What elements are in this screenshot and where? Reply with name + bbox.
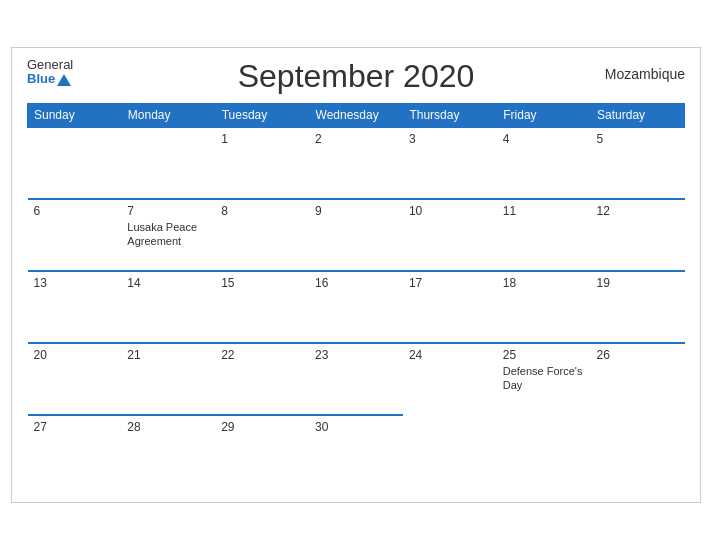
calendar-cell: 25Defense Force's Day [497, 343, 591, 415]
calendar-cell: 8 [215, 199, 309, 271]
day-number: 15 [221, 276, 303, 290]
calendar-title: September 2020 [238, 58, 475, 95]
calendar-cell [121, 127, 215, 199]
day-number: 19 [597, 276, 679, 290]
day-number: 13 [34, 276, 116, 290]
day-number: 10 [409, 204, 491, 218]
calendar-cell: 6 [28, 199, 122, 271]
weekday-header: Monday [121, 104, 215, 128]
day-number: 27 [34, 420, 116, 434]
country-label: Mozambique [605, 66, 685, 82]
day-number: 8 [221, 204, 303, 218]
calendar-cell: 1 [215, 127, 309, 199]
weekday-header: Wednesday [309, 104, 403, 128]
calendar-cell: 14 [121, 271, 215, 343]
calendar-cell: 4 [497, 127, 591, 199]
day-number: 14 [127, 276, 209, 290]
logo-general-text: General [27, 58, 73, 72]
calendar-cell: 20 [28, 343, 122, 415]
calendar-cell: 18 [497, 271, 591, 343]
calendar-cell: 24 [403, 343, 497, 415]
weekday-header-row: SundayMondayTuesdayWednesdayThursdayFrid… [28, 104, 685, 128]
day-number: 23 [315, 348, 397, 362]
calendar-cell: 13 [28, 271, 122, 343]
weekday-header: Saturday [591, 104, 685, 128]
day-number: 1 [221, 132, 303, 146]
day-number: 29 [221, 420, 303, 434]
event-text: Lusaka Peace Agreement [127, 221, 197, 247]
day-number: 21 [127, 348, 209, 362]
calendar-cell: 12 [591, 199, 685, 271]
day-number: 22 [221, 348, 303, 362]
calendar-container: General Blue September 2020 Mozambique S… [11, 47, 701, 503]
weekday-header: Tuesday [215, 104, 309, 128]
calendar-cell: 3 [403, 127, 497, 199]
calendar-cell: 19 [591, 271, 685, 343]
calendar-week-row: 67Lusaka Peace Agreement89101112 [28, 199, 685, 271]
calendar-week-row: 27282930 [28, 415, 685, 487]
calendar-cell: 26 [591, 343, 685, 415]
calendar-cell: 27 [28, 415, 122, 487]
calendar-cell: 7Lusaka Peace Agreement [121, 199, 215, 271]
day-number: 24 [409, 348, 491, 362]
calendar-cell: 21 [121, 343, 215, 415]
calendar-cell: 23 [309, 343, 403, 415]
day-number: 12 [597, 204, 679, 218]
calendar-week-row: 12345 [28, 127, 685, 199]
calendar-cell: 16 [309, 271, 403, 343]
day-number: 30 [315, 420, 397, 434]
logo-blue-text: Blue [27, 72, 73, 86]
day-number: 5 [597, 132, 679, 146]
day-number: 7 [127, 204, 209, 218]
calendar-cell: 29 [215, 415, 309, 487]
calendar-cell: 30 [309, 415, 403, 487]
calendar-cell: 2 [309, 127, 403, 199]
logo-triangle-icon [57, 74, 71, 86]
day-number: 28 [127, 420, 209, 434]
day-number: 20 [34, 348, 116, 362]
day-number: 6 [34, 204, 116, 218]
calendar-cell: 5 [591, 127, 685, 199]
calendar-cell: 17 [403, 271, 497, 343]
day-number: 9 [315, 204, 397, 218]
day-number: 26 [597, 348, 679, 362]
weekday-header: Sunday [28, 104, 122, 128]
calendar-cell: 22 [215, 343, 309, 415]
calendar-header: General Blue September 2020 Mozambique [27, 58, 685, 95]
calendar-cell: 11 [497, 199, 591, 271]
weekday-header: Thursday [403, 104, 497, 128]
calendar-week-row: 13141516171819 [28, 271, 685, 343]
calendar-cell: 28 [121, 415, 215, 487]
calendar-week-row: 202122232425Defense Force's Day26 [28, 343, 685, 415]
day-number: 25 [503, 348, 585, 362]
day-number: 11 [503, 204, 585, 218]
calendar-cell [591, 415, 685, 487]
day-number: 3 [409, 132, 491, 146]
calendar-cell [28, 127, 122, 199]
day-number: 18 [503, 276, 585, 290]
weekday-header: Friday [497, 104, 591, 128]
calendar-cell [497, 415, 591, 487]
calendar-grid: SundayMondayTuesdayWednesdayThursdayFrid… [27, 103, 685, 487]
calendar-cell: 15 [215, 271, 309, 343]
day-number: 17 [409, 276, 491, 290]
calendar-cell [403, 415, 497, 487]
calendar-cell: 10 [403, 199, 497, 271]
event-text: Defense Force's Day [503, 365, 583, 391]
day-number: 2 [315, 132, 397, 146]
calendar-cell: 9 [309, 199, 403, 271]
day-number: 16 [315, 276, 397, 290]
day-number: 4 [503, 132, 585, 146]
logo: General Blue [27, 58, 73, 87]
